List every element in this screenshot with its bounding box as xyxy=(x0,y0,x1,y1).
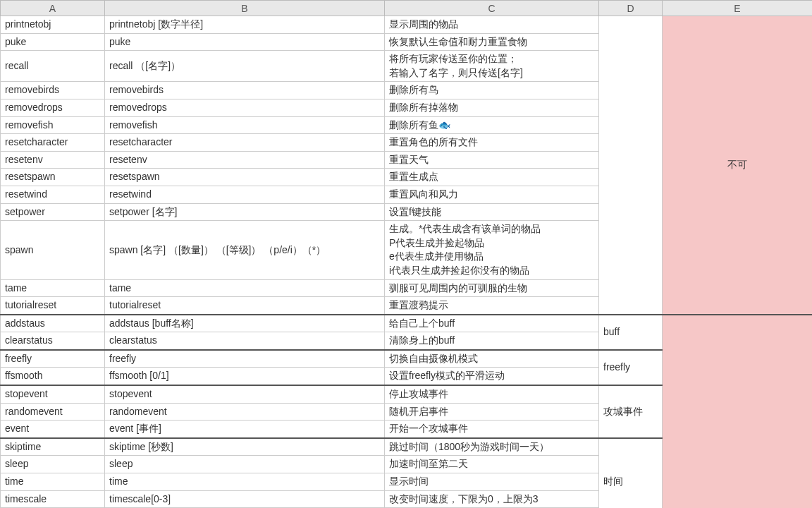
cell-group-buff[interactable]: buff xyxy=(599,315,663,350)
cell-desc[interactable]: 加速时间至第二天 xyxy=(385,456,599,473)
col-header-a[interactable]: A xyxy=(1,1,105,16)
cell-syntax[interactable]: timescale[0-3] xyxy=(105,490,385,508)
cell-desc[interactable]: 设置f键技能 xyxy=(385,203,599,221)
cell-command[interactable]: removebirds xyxy=(1,82,105,99)
cell-syntax[interactable]: removedrops xyxy=(105,99,385,116)
column-header-row: A B C D E xyxy=(1,1,813,16)
cell-syntax[interactable]: randomevent xyxy=(105,403,385,421)
cell-command[interactable]: tame xyxy=(1,279,105,297)
cell-group-siege[interactable]: 攻城事件 xyxy=(599,385,663,438)
cell-command[interactable]: time xyxy=(1,473,105,491)
cell-desc[interactable]: 重置角色的所有文件 xyxy=(385,134,599,152)
col-header-c[interactable]: C xyxy=(385,1,599,16)
cell-command[interactable]: freefly xyxy=(1,350,105,368)
cell-syntax[interactable]: resetenv xyxy=(105,151,385,169)
cell-desc[interactable]: 开始一个攻城事件 xyxy=(385,421,599,438)
cell-syntax[interactable]: clearstatus xyxy=(105,332,385,350)
cell-syntax[interactable]: freefly xyxy=(105,350,385,368)
cell-desc[interactable]: 删除所有鱼🐟 xyxy=(385,116,599,134)
cell-syntax[interactable]: tame xyxy=(105,279,385,297)
cell-desc[interactable]: 删除所有鸟 xyxy=(385,82,599,99)
cell-desc[interactable]: 随机开启事件 xyxy=(385,403,599,421)
cell-desc[interactable]: 改变时间速度，下限为0，上限为3 xyxy=(385,490,599,508)
cell-group-time[interactable]: 时间 xyxy=(599,438,663,508)
cell-desc[interactable]: 重置生成点 xyxy=(385,169,599,186)
cell-syntax[interactable]: setpower [名字] xyxy=(105,203,385,221)
cell-syntax[interactable]: removebirds xyxy=(105,82,385,99)
cell-command[interactable]: resetwind xyxy=(1,186,105,203)
cell-desc[interactable]: 将所有玩家传送至你的位置； 若输入了名字，则只传送[名字] xyxy=(385,51,599,82)
cell-command[interactable]: resetspawn xyxy=(1,169,105,186)
cell-command[interactable]: randomevent xyxy=(1,403,105,421)
cell-command[interactable]: resetcharacter xyxy=(1,134,105,152)
cell-e-merged-lower[interactable] xyxy=(663,315,813,508)
cell-command[interactable]: ffsmooth xyxy=(1,368,105,385)
cell-command[interactable]: removefish xyxy=(1,116,105,134)
cell-syntax[interactable]: event [事件] xyxy=(105,421,385,438)
cell-syntax[interactable]: resetspawn xyxy=(105,169,385,186)
cell-desc[interactable]: 显示周围的物品 xyxy=(385,16,599,34)
cell-syntax[interactable]: resetwind xyxy=(105,186,385,203)
cell-command[interactable]: printnetobj xyxy=(1,16,105,34)
cell-syntax[interactable]: recall （[名字]） xyxy=(105,51,385,82)
cell-syntax[interactable]: ffsmooth [0/1] xyxy=(105,368,385,385)
cell-desc[interactable]: 重置渡鸦提示 xyxy=(385,297,599,315)
cell-syntax[interactable]: time xyxy=(105,473,385,491)
cell-desc[interactable]: 停止攻城事件 xyxy=(385,385,599,403)
cell-command[interactable]: recall xyxy=(1,51,105,82)
cell-desc[interactable]: 显示时间 xyxy=(385,473,599,491)
cell-desc[interactable]: 重置天气 xyxy=(385,151,599,169)
cell-syntax[interactable]: spawn [名字] （[数量]） （[等级]） （p/e/i）（*） xyxy=(105,221,385,279)
cell-command[interactable]: setpower xyxy=(1,203,105,221)
cell-syntax[interactable]: printnetobj [数字半径] xyxy=(105,16,385,34)
cell-syntax[interactable]: resetcharacter xyxy=(105,134,385,152)
cell-desc[interactable]: 设置freefly模式的平滑运动 xyxy=(385,368,599,385)
cell-desc[interactable]: 删除所有掉落物 xyxy=(385,99,599,116)
table-row[interactable]: printnetobj printnetobj [数字半径] 显示周围的物品 不… xyxy=(1,16,813,34)
cell-syntax[interactable]: addstaus [buff名称] xyxy=(105,315,385,332)
cell-command[interactable]: skiptime xyxy=(1,438,105,456)
cell-command[interactable]: resetenv xyxy=(1,151,105,169)
cell-desc[interactable]: 驯服可见周围内的可驯服的生物 xyxy=(385,279,599,297)
cell-command[interactable]: clearstatus xyxy=(1,332,105,350)
cell-desc[interactable]: 生成。*代表生成含有该单词的物品 P代表生成并捡起物品 e代表生成并使用物品 i… xyxy=(385,221,599,279)
cell-desc[interactable]: 恢复默认生命值和耐力重置食物 xyxy=(385,33,599,51)
cell-syntax[interactable]: sleep xyxy=(105,456,385,473)
cell-syntax[interactable]: tutorialreset xyxy=(105,297,385,315)
cell-desc[interactable]: 给自己上个buff xyxy=(385,315,599,332)
cell-command[interactable]: stopevent xyxy=(1,385,105,403)
col-header-b[interactable]: B xyxy=(105,1,385,16)
cell-group-d-blank[interactable] xyxy=(599,16,663,315)
cell-command[interactable]: timescale xyxy=(1,490,105,508)
cell-group-freefly[interactable]: freefly xyxy=(599,350,663,385)
cell-desc[interactable]: 跳过时间（1800秒为游戏时间一天） xyxy=(385,438,599,456)
cell-command[interactable]: sleep xyxy=(1,456,105,473)
cell-desc[interactable]: 重置风向和风力 xyxy=(385,186,599,203)
cell-syntax[interactable]: removefish xyxy=(105,116,385,134)
cell-command[interactable]: tutorialreset xyxy=(1,297,105,315)
col-header-e[interactable]: E xyxy=(663,1,813,16)
cell-command[interactable]: event xyxy=(1,421,105,438)
cell-desc[interactable]: 切换自由摄像机模式 xyxy=(385,350,599,368)
cell-syntax[interactable]: skiptime [秒数] xyxy=(105,438,385,456)
cell-command[interactable]: spawn xyxy=(1,221,105,279)
cell-command[interactable]: puke xyxy=(1,33,105,51)
cell-syntax[interactable]: puke xyxy=(105,33,385,51)
spreadsheet-table: A B C D E printnetobj printnetobj [数字半径]… xyxy=(0,0,812,508)
table-row[interactable]: addstaus addstaus [buff名称] 给自己上个buff buf… xyxy=(1,315,813,332)
cell-syntax[interactable]: stopevent xyxy=(105,385,385,403)
col-header-d[interactable]: D xyxy=(599,1,663,16)
cell-e-merged[interactable]: 不可 xyxy=(663,16,813,315)
cell-command[interactable]: addstaus xyxy=(1,315,105,332)
cell-desc[interactable]: 清除身上的buff xyxy=(385,332,599,350)
cell-command[interactable]: removedrops xyxy=(1,99,105,116)
